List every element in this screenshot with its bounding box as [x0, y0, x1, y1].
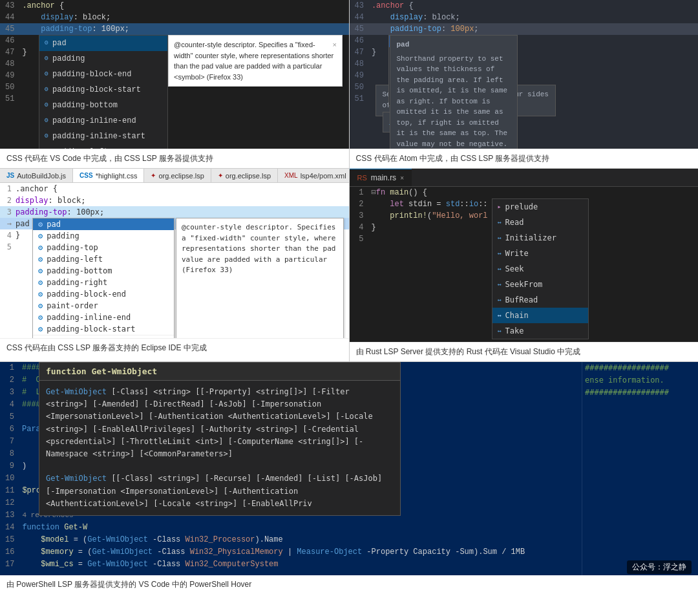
code-line: 45 padding-top: 100px; — [0, 23, 349, 35]
ac-item[interactable]: ↔ Seek — [492, 261, 588, 277]
bottom-panel: 1 ################ 2 # Copyright ( 3 # L… — [0, 362, 698, 594]
close-icon[interactable]: × — [333, 39, 337, 50]
ps-line: 17 $wmi_cs = Get-WmiObject -Class Win32_… — [0, 558, 582, 571]
tooltip-text: @counter-style descriptor. Specifies a "… — [174, 41, 333, 81]
vscode-caption: CSS 代码在 VS Code 中完成，由 CSS LSP 服务器提供支持 — [0, 149, 349, 168]
eclipse-caption: CSS 代码在由 CSS LSP 服务器支持的 Eclipse IDE 中完成 — [0, 338, 349, 357]
eclipse-tabs: JS AutoBuildJob.js CSS *highlight.css ✦ … — [0, 169, 349, 183]
tab-main-rs[interactable]: RS main.rs × — [350, 169, 412, 186]
powershell-editor: 1 ################ 2 # Copyright ( 3 # L… — [0, 362, 698, 575]
tab-lsp2[interactable]: ✦ org.eclipse.lsp — [211, 169, 278, 182]
ac-item[interactable]: ⚙ pad — [39, 36, 167, 51]
atom-caption: CSS 代码在 Atom 中完成，由 CSS LSP 服务器提供支持 — [350, 149, 699, 168]
powershell-caption: 由 PowerShell LSP 服务器提供支持的 VS Code 中的 Pow… — [0, 575, 698, 594]
rust-panel: RS main.rs × 1 ⊟fn main() { 2 let stdin … — [350, 169, 699, 361]
code-line: 43 .anchor { — [350, 0, 699, 12]
ac-item[interactable]: ⚙ padding-left — [39, 144, 167, 149]
tab-lsp1[interactable]: ✦ org.eclipse.lsp — [144, 169, 211, 182]
code-line: 3 padding-top: 100px; — [0, 206, 349, 218]
rust-editor: 1 ⊟fn main() { 2 let stdin = std::io:: 3… — [350, 187, 699, 342]
ac-item[interactable]: ⚙ padding-block-start — [39, 82, 167, 98]
vscode-editor: 43 .anchor { 44 display: block; 45 paddi… — [0, 0, 349, 149]
ac-item[interactable]: ⚙ padding-inline-end — [39, 113, 167, 129]
code-line: 2 display: block; — [0, 195, 349, 206]
eclipse-autocomplete-area: ⚙ pad ⚙padding ⚙padding-top ⚙padding-lef… — [32, 218, 344, 338]
tab-close-icon[interactable]: × — [400, 175, 404, 182]
code-line: 45 padding-top: 100px; — [350, 23, 699, 35]
property-icon: ⚙ — [45, 37, 48, 50]
ac-item[interactable]: ⚙ padding-inline-start — [39, 129, 167, 144]
hover-tooltip-title: function Get-WmiObject — [39, 363, 400, 381]
ac-item[interactable]: ⚙padding-inline-end — [33, 312, 174, 323]
atom-panel: 43 .anchor { 44 display: block; 45 paddi… — [350, 0, 699, 168]
tab-autobuild[interactable]: JS AutoBuildJob.js — [0, 169, 73, 182]
rust-autocomplete[interactable]: ▸ prelude ↔ Read ↔ Initializer ↔ Write ↔… — [492, 198, 589, 339]
ps-right-area: ################## ense information. ###… — [582, 362, 698, 575]
ac-item[interactable]: ⚙padding — [33, 230, 174, 242]
ac-item[interactable]: ⚙ padding-block-end — [39, 67, 167, 82]
code-line: 44 display: block; — [350, 12, 699, 23]
rust-caption: 由 Rust LSP Server 提供支持的 Rust 代码在 Visual … — [350, 342, 699, 361]
powershell-hover-tooltip: function Get-WmiObject Get-WmiObject [-C… — [39, 362, 401, 516]
mid-row: JS AutoBuildJob.js CSS *highlight.css ✦ … — [0, 169, 698, 362]
eclipse-editor: 1 .anchor { 2 display: block; 3 padding-… — [0, 183, 349, 338]
ac-item[interactable]: ⚙padding-block-end — [33, 288, 174, 300]
ps-line: 15 $model = (Get-WmiObject -Class Win32_… — [0, 534, 582, 546]
ac-item[interactable]: ↔ BufRead — [492, 292, 588, 308]
ac-item[interactable]: ↔ Take — [492, 323, 588, 339]
ac-item[interactable]: ⚙padding-left — [33, 253, 174, 265]
code-line: 43 .anchor { — [0, 0, 349, 12]
ac-item[interactable]: ⚙paint-order — [33, 300, 174, 312]
ac-item[interactable]: ⚙padding-right — [33, 277, 174, 288]
ac-item[interactable]: ▸ prelude — [492, 199, 588, 215]
wechat-badge: 公众号：浮之静 — [627, 560, 692, 574]
autocomplete-dropdown[interactable]: ⚙ pad ⚙ padding ⚙ padding-block-end ⚙ pa… — [39, 35, 168, 149]
ac-item[interactable]: ⚙ pad — [33, 218, 174, 230]
ac-item-chain[interactable]: ↔ Chain — [492, 308, 588, 323]
atom-autocomplete-area: P pad P pad P padd- P pa — [388, 35, 518, 106]
main-container: 43 .anchor { 44 display: block; 45 paddi… — [0, 0, 698, 594]
ac-item[interactable]: ⚙padding-bottom — [33, 265, 174, 277]
code-line: 1 .anchor { — [0, 183, 349, 195]
hover-tooltip-body: Get-WmiObject [-Class] <string> [[-Prope… — [39, 381, 400, 515]
ps-code-area: 1 ################ 2 # Copyright ( 3 # L… — [0, 362, 582, 575]
rust-tabs: RS main.rs × — [350, 169, 699, 187]
ac-item[interactable]: ⚙padding-block-start — [33, 323, 174, 335]
ac-item[interactable]: ↔ Initializer — [492, 230, 588, 246]
ac-item[interactable]: ⚙ padding-bottom — [39, 98, 167, 113]
eclipse-tooltip: @counter-style descriptor. Specifies a "… — [176, 218, 344, 338]
atom-editor: 43 .anchor { 44 display: block; 45 paddi… — [350, 0, 699, 149]
ac-item[interactable]: ⚙ padding — [39, 51, 167, 67]
vscode-panel: 43 .anchor { 44 display: block; 45 paddi… — [0, 0, 350, 168]
add-button[interactable]: + — [33, 335, 174, 338]
top-row: 43 .anchor { 44 display: block; 45 paddi… — [0, 0, 698, 169]
eclipse-panel: JS AutoBuildJob.js CSS *highlight.css ✦ … — [0, 169, 350, 361]
ps-line: 16 $memory = (Get-WmiObject -Class Win32… — [0, 546, 582, 558]
eclipse-autocomplete[interactable]: ⚙ pad ⚙padding ⚙padding-top ⚙padding-lef… — [32, 218, 174, 338]
ac-item[interactable]: ↔ Read — [492, 215, 588, 230]
code-line: 44 display: block; — [0, 12, 349, 23]
tab-highlight[interactable]: CSS *highlight.css — [73, 169, 144, 183]
tooltip-box: × @counter-style descriptor. Specifies a… — [168, 35, 343, 87]
ac-item[interactable]: ↔ Write — [492, 246, 588, 261]
tab-pom[interactable]: XML lsp4e/pom.xml — [278, 169, 348, 182]
ac-item[interactable]: ⚙padding-top — [33, 242, 174, 253]
ac-item[interactable]: ↔ SeekFrom — [492, 277, 588, 292]
ps-line: 14 function Get-W — [0, 522, 582, 534]
atom-tooltip: pad Shorthand property to set values the… — [390, 35, 518, 149]
code-line: 1 ⊟fn main() { — [350, 187, 699, 198]
